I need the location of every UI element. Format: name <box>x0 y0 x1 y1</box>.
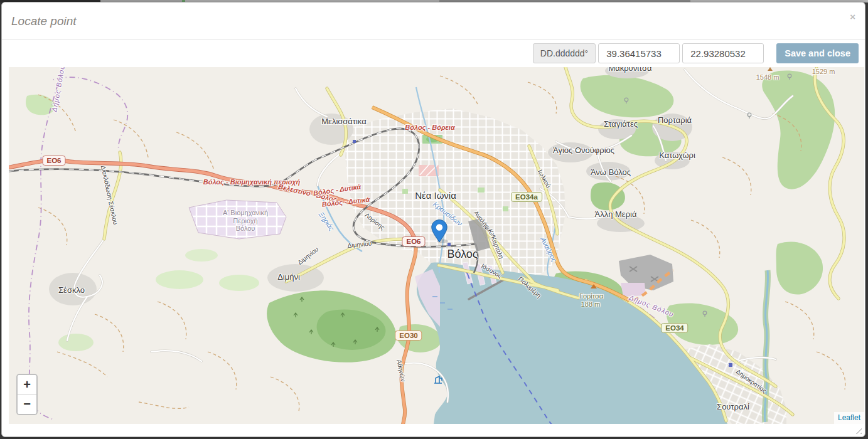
resize-handle-icon[interactable] <box>854 426 862 434</box>
harbor-icon <box>433 374 443 387</box>
dialog-title: Locate point <box>11 14 77 28</box>
close-icon[interactable]: × <box>850 11 855 22</box>
dialog-header: Locate point × <box>2 3 865 40</box>
zoom-control: + − <box>16 374 38 415</box>
zoom-out-button[interactable]: − <box>18 394 36 414</box>
zoom-in-button[interactable]: + <box>18 375 36 394</box>
map-attribution: Leaflet <box>834 412 864 424</box>
locate-point-dialog: Locate point × DD.dddddd° Save and close <box>1 2 865 437</box>
coordinate-format-button[interactable]: DD.dddddd° <box>533 43 596 63</box>
save-and-close-button[interactable]: Save and close <box>776 43 859 63</box>
map-canvas[interactable]: Νέα ΙωνίαΒόλοςΜελισσάτικαΜακρυνίτσαΣταγι… <box>9 67 864 424</box>
latitude-input[interactable] <box>598 43 680 63</box>
leaflet-link[interactable]: Leaflet <box>838 413 860 422</box>
coordinate-toolbar: DD.dddddd° Save and close <box>533 43 859 63</box>
longitude-input[interactable] <box>682 43 764 63</box>
location-marker-pin[interactable] <box>427 220 452 247</box>
